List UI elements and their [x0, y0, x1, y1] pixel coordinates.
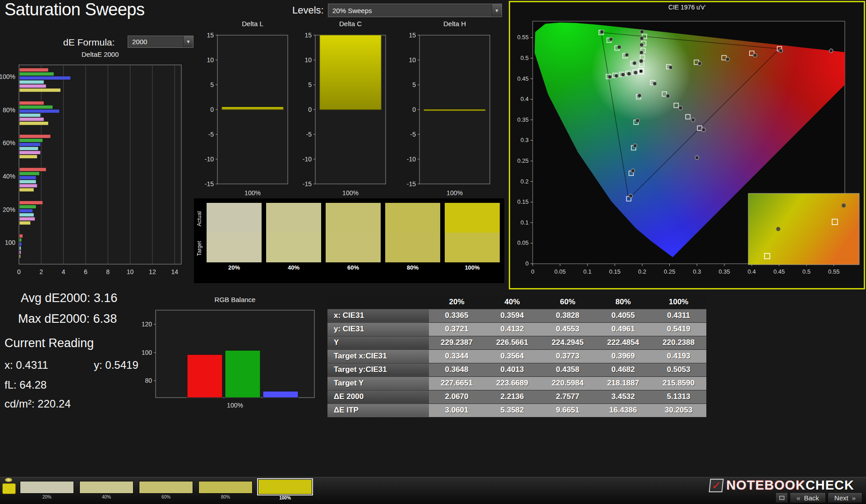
- measurement-table: 20%40%60%80%100%x: CIE310.33650.35940.38…: [327, 295, 706, 417]
- table-column-header: 100%: [651, 295, 706, 309]
- bottom-patch-bar: 20%40%60%80%100% ✓ NOTEBOOKCHECK « Back …: [0, 477, 866, 504]
- back-button[interactable]: « Back: [790, 492, 826, 503]
- delta-h-chart: Delta H 151050-5-10-15100%: [400, 20, 494, 202]
- x-tick-label: 6: [84, 268, 88, 275]
- patch-swatch[interactable]: [198, 481, 253, 494]
- rgb-balance-plot: 12010080100%: [142, 307, 319, 411]
- deltae-bar: [19, 147, 38, 150]
- measured-marker-magenta: [691, 118, 695, 122]
- target-swatch: [326, 233, 381, 262]
- max-de2000-readout: Max dE2000: 6.38: [18, 312, 117, 326]
- x-tick-label: 10: [127, 268, 134, 275]
- deltae-bar: [19, 250, 21, 254]
- deltae-bar: [19, 134, 51, 138]
- swatch-columns: 20%40%60%80%100%: [207, 203, 500, 273]
- deltae-bar: [19, 80, 44, 84]
- target-swatch: [385, 233, 440, 262]
- target-swatch: [445, 233, 500, 262]
- patch-selector-20%[interactable]: 20%: [20, 481, 74, 499]
- table-row: x: CIE310.33650.35940.38280.40550.4311: [327, 309, 706, 322]
- deltae-bar: [19, 76, 70, 80]
- patch-selector-60%[interactable]: 60%: [139, 481, 193, 499]
- swatch-label: 80%: [385, 262, 440, 273]
- measured-marker-cyan: [608, 75, 612, 78]
- y-tick-label: 10: [207, 56, 214, 64]
- table-cell: 0.4358: [540, 363, 595, 376]
- table-cell: 0.4013: [484, 363, 540, 376]
- y-tick-label: 15: [409, 32, 416, 39]
- levels-dropdown[interactable]: 20% Sweeps ▼: [328, 4, 502, 17]
- green-balance-bar: [225, 350, 260, 398]
- blue-balance-bar: [263, 391, 298, 398]
- table-cell: 2.7577: [540, 390, 595, 403]
- table-cell: 0.4193: [651, 349, 706, 363]
- y-tick-label: -10: [205, 156, 214, 163]
- delta-h-plot: 151050-5-10-15100%: [400, 30, 494, 202]
- check-icon: ✓: [709, 479, 724, 492]
- deltae2000-plot: 02468101214100%80%60%40%20%100: [0, 61, 186, 287]
- window-restore-icon: [779, 496, 784, 500]
- x-tick-label: 0.3: [693, 268, 701, 275]
- y-tick-label: 0.05: [517, 239, 529, 246]
- measured-marker: [695, 156, 699, 160]
- patch-swatch[interactable]: [20, 481, 74, 494]
- y-tick-label: 0.45: [517, 75, 529, 82]
- table-cell: 229.2387: [429, 336, 484, 349]
- de-formula-dropdown-value: 2000: [132, 38, 147, 46]
- table-cell: 0.4553: [540, 322, 595, 336]
- y-tick-label: 10: [304, 56, 312, 64]
- y-tick-label: 0.15: [517, 198, 529, 205]
- active-patch-indicator-glow: [5, 478, 12, 482]
- measured-marker-red: [779, 49, 783, 52]
- y-tick-label: 0.55: [517, 34, 529, 41]
- group-label: 60%: [3, 139, 15, 147]
- group-label: 40%: [3, 173, 15, 180]
- deltae-bar: [19, 238, 22, 242]
- measured-marker-red: [726, 57, 729, 61]
- logo-text-secondary: CHECK: [806, 478, 854, 492]
- table-cell: 5.3582: [484, 403, 540, 417]
- chevron-down-icon[interactable]: ▼: [183, 36, 193, 47]
- patch-selector-40%[interactable]: 40%: [79, 481, 134, 499]
- calibration-app-window: Saturation Sweeps Levels: 20% Sweeps ▼ d…: [0, 0, 866, 504]
- inset-measured-marker: [776, 227, 780, 231]
- group-label: 80%: [3, 106, 15, 114]
- patch-selector-80%[interactable]: 80%: [198, 481, 253, 499]
- patch-swatch[interactable]: [139, 481, 193, 494]
- y-tick-label: -10: [407, 156, 416, 163]
- patch-swatch[interactable]: [258, 479, 312, 495]
- deltae-bar: [19, 184, 37, 188]
- deltae-bar: [19, 176, 36, 179]
- actual-swatch: [326, 203, 381, 233]
- x-tick-label: 0.4: [748, 268, 756, 275]
- deltae-bar: [19, 209, 33, 213]
- x-tick-label: 12: [149, 268, 156, 275]
- chevron-down-icon[interactable]: ▼: [492, 4, 502, 17]
- table-cell: 215.8590: [651, 376, 706, 390]
- y-tick-label: 10: [409, 56, 416, 64]
- x-tick-label: 0.2: [638, 268, 646, 275]
- window-restore-button[interactable]: [775, 492, 788, 503]
- deltae-bar: [19, 201, 43, 205]
- current-reading-title: Current Reading: [5, 336, 94, 350]
- rgb-balance-chart: RGB Balance 12010080100%: [142, 296, 319, 411]
- x-tick-label: 0: [531, 268, 534, 275]
- de-formula-dropdown[interactable]: 2000 ▼: [128, 36, 193, 48]
- table-cell: 223.6689: [484, 376, 540, 390]
- table-row-label: ΔE 2000: [327, 390, 429, 403]
- patch-selector-100%[interactable]: 100%: [258, 481, 312, 500]
- measured-marker-green: [617, 45, 621, 49]
- y-tick-label: -5: [306, 131, 312, 138]
- next-button[interactable]: Next »: [828, 492, 862, 503]
- patch-swatch[interactable]: [79, 481, 134, 494]
- measured-marker-cyan: [621, 73, 625, 76]
- table-row-label: Y: [327, 336, 429, 349]
- swatch-column: 40%: [266, 203, 321, 273]
- delta-c-chart-title: Delta C: [315, 20, 386, 27]
- table-row: ΔE ITP3.06015.35829.665116.438630.2053: [327, 403, 706, 417]
- y-tick-label: -5: [410, 131, 416, 138]
- table-cell: 220.5984: [540, 376, 595, 390]
- table-cell: 30.2053: [651, 403, 706, 417]
- cie-diagram-plot: 00.050.10.150.20.250.30.350.40.450.50.55…: [510, 11, 864, 288]
- table-cell: 222.4854: [595, 336, 651, 349]
